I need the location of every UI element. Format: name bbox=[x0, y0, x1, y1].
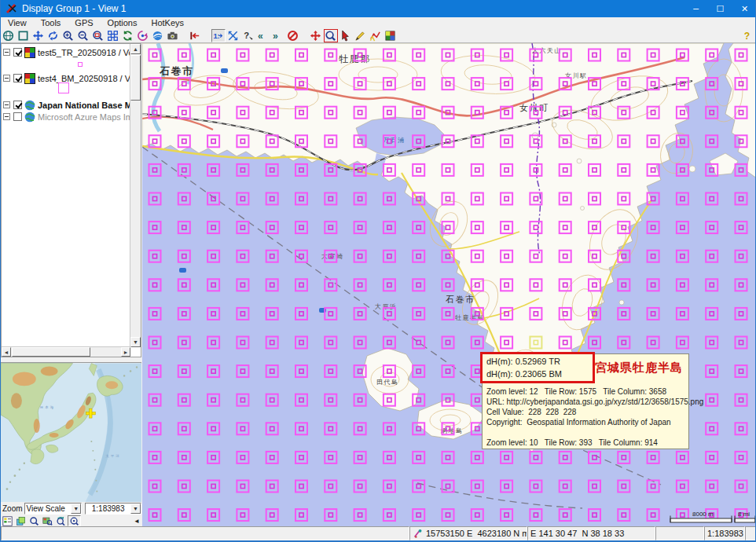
rgb-layer-icon bbox=[24, 47, 35, 58]
overview-map[interactable]: 日本海太平洋 bbox=[1, 362, 141, 502]
menu-view[interactable]: View bbox=[1, 17, 34, 28]
sea-label: 日本海 bbox=[40, 405, 55, 409]
move-cross-tool-button[interactable] bbox=[309, 29, 323, 42]
refresh-tool-button[interactable] bbox=[121, 29, 135, 42]
layer-class-symbol bbox=[58, 82, 69, 93]
vertex-edit-tool-button[interactable] bbox=[369, 29, 383, 42]
prev-tool-button[interactable]: « bbox=[256, 29, 270, 42]
dh-value-bm: dH(m): 0.23065 BM bbox=[486, 369, 562, 379]
left-panel: test5_TR_20250918 / Vouttest4_BM_2025091… bbox=[1, 43, 141, 526]
disable-tool-button[interactable] bbox=[286, 29, 300, 42]
magnifier-tool-button[interactable] bbox=[28, 515, 41, 526]
layer-tree-content: test5_TR_20250918 / Vouttest4_BM_2025091… bbox=[2, 44, 130, 347]
layer-item[interactable]: test5_TR_20250918 / Vout bbox=[3, 46, 130, 58]
panel-collapse-arrow[interactable]: ◄ bbox=[134, 518, 140, 525]
svg-text:?: ? bbox=[743, 31, 749, 42]
status-segment: E 141 30 47 N 38 18 33 bbox=[527, 526, 655, 540]
scrollbar-thumb[interactable] bbox=[12, 347, 90, 357]
scroll-left-button[interactable]: ◄ bbox=[2, 347, 11, 357]
status-segment: 1:183983 bbox=[704, 526, 745, 540]
minimize-button[interactable]: ─ bbox=[684, 0, 708, 17]
tree-horizontal-scrollbar[interactable]: ◄ ► bbox=[2, 346, 130, 357]
layers-tool-button[interactable] bbox=[14, 515, 28, 526]
zoom-select-tool-button[interactable] bbox=[324, 29, 338, 42]
map-viewport[interactable]: 石巻市牡鹿郡女川町女川駅万石浦大六天山石巻市牡鹿半島大原浜大室崎田代島網地島 8… bbox=[142, 43, 756, 526]
query-tool-button[interactable]: ? bbox=[241, 29, 255, 42]
dropdown-arrow-icon[interactable]: ▼ bbox=[71, 504, 81, 514]
world-tool-button[interactable] bbox=[151, 29, 165, 42]
scalebar-label: 8000 m bbox=[692, 511, 714, 518]
one-to-one-tool-button[interactable]: 1: bbox=[211, 29, 226, 42]
tooltip-region-title: 宮城県牡鹿半島 bbox=[595, 361, 683, 375]
help-icon[interactable]: ? bbox=[739, 29, 754, 42]
window-title: Display Group 1 - View 1 bbox=[22, 3, 684, 14]
image-tool-button[interactable] bbox=[384, 29, 398, 42]
menu-gps[interactable]: GPS bbox=[68, 17, 100, 28]
tree-vertical-scrollbar[interactable]: ▲ ▼ bbox=[130, 44, 141, 347]
camera-tool-button[interactable] bbox=[166, 29, 180, 42]
tree-expander[interactable] bbox=[3, 49, 10, 56]
next-tool-button[interactable]: » bbox=[271, 29, 285, 42]
layer-visibility-checkbox[interactable] bbox=[13, 48, 22, 57]
map-zoom-tool-button[interactable] bbox=[41, 515, 54, 526]
dropdown-arrow-icon[interactable]: ▼ bbox=[130, 504, 141, 514]
fit-window-tool-button[interactable] bbox=[17, 29, 31, 42]
scroll-up-button[interactable]: ▲ bbox=[130, 44, 141, 54]
scroll-down-button[interactable]: ▼ bbox=[130, 337, 141, 347]
close-button[interactable]: ✕ bbox=[732, 0, 756, 17]
layer-tree[interactable]: test5_TR_20250918 / Vouttest4_BM_2025091… bbox=[1, 43, 141, 357]
globe-layer-icon bbox=[24, 112, 35, 123]
menu-options[interactable]: Options bbox=[101, 17, 145, 28]
scale-value-select[interactable]: 1:183983 ▼ bbox=[85, 503, 141, 515]
status-segment bbox=[1, 526, 409, 540]
tile-grid-tool-button[interactable] bbox=[106, 29, 120, 42]
scale-mode-select[interactable]: View Scale ▼ bbox=[24, 503, 83, 515]
layer-visibility-checkbox[interactable] bbox=[13, 112, 22, 121]
tree-expander[interactable] bbox=[3, 113, 10, 120]
scalebar-label: 8 mi bbox=[738, 511, 750, 518]
svg-text:»: » bbox=[273, 30, 278, 41]
globe-tool-button[interactable] bbox=[2, 29, 16, 42]
status-segment: 15753150 E 4623180 N m bbox=[409, 526, 527, 540]
zoom-box-tool-button[interactable] bbox=[91, 29, 105, 42]
pointer-tool-button[interactable] bbox=[339, 29, 353, 42]
mini-toolbar: ◄ bbox=[1, 515, 141, 526]
maximize-button[interactable]: ☐ bbox=[708, 0, 732, 17]
layer-visibility-checkbox[interactable] bbox=[13, 101, 22, 109]
layer-item[interactable]: Microsoft Azure Maps Imagery bbox=[3, 111, 130, 123]
zoom-spot-tool-button[interactable] bbox=[68, 515, 81, 526]
pencil-tool-button[interactable] bbox=[354, 29, 368, 42]
add-link-tool-button[interactable] bbox=[189, 29, 203, 42]
scrollbar-thumb[interactable] bbox=[130, 55, 141, 101]
tooltip-line: Copyright: Geospatial Information Author… bbox=[486, 418, 671, 427]
refresh-zoom-tool-button[interactable] bbox=[54, 515, 68, 526]
redraw-tool-button[interactable] bbox=[136, 29, 150, 42]
main-area: test5_TR_20250918 / Vouttest4_BM_2025091… bbox=[1, 43, 756, 526]
pan-tool-button[interactable] bbox=[31, 29, 46, 42]
layer-visibility-checkbox[interactable] bbox=[13, 74, 22, 82]
measure-tool-button[interactable] bbox=[226, 29, 240, 42]
menu-hotkeys[interactable]: HotKeys bbox=[145, 17, 192, 28]
map-place-label: 田代島 bbox=[376, 379, 399, 386]
cursor-position-icon bbox=[413, 529, 424, 539]
zoom-in-tool-button[interactable] bbox=[61, 29, 75, 42]
status-segment bbox=[655, 526, 704, 540]
globe-layer-icon bbox=[24, 100, 35, 111]
rgb-layer-icon bbox=[24, 73, 35, 84]
legend-tool-button[interactable] bbox=[1, 515, 14, 526]
zoom-controls: Zoom View Scale ▼ 1:183983 ▼ bbox=[1, 502, 141, 515]
layer-item[interactable]: Japan National Base Map bbox=[3, 99, 130, 111]
zoom-label: Zoom bbox=[2, 504, 23, 513]
reposition-tool-button[interactable] bbox=[46, 29, 61, 42]
map-place-label: 万石浦 bbox=[383, 137, 406, 144]
map-place-label: 大原浜 bbox=[375, 303, 398, 310]
map-place-label: 石巻市 bbox=[446, 295, 475, 304]
map-place-label: 石巻市 bbox=[159, 65, 194, 77]
scroll-right-button[interactable]: ► bbox=[121, 347, 130, 357]
zoom-out-tool-button[interactable] bbox=[76, 29, 90, 42]
tree-expander[interactable] bbox=[3, 75, 10, 82]
tooltip-line: Zoom level: 12 Tile Row: 1575 Tile Colum… bbox=[486, 387, 666, 396]
tree-expander[interactable] bbox=[3, 101, 10, 108]
menu-tools[interactable]: Tools bbox=[34, 17, 68, 28]
tooltip-line: URL: http://cyberjapandata.gsi.go.jp/xyz… bbox=[486, 397, 703, 406]
